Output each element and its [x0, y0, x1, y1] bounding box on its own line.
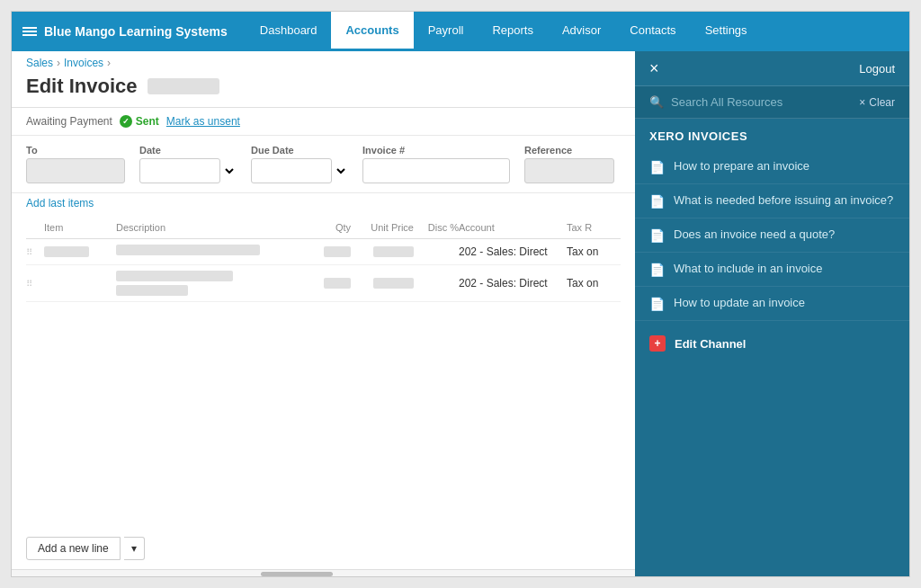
page-title: Edit Invoice	[26, 75, 137, 98]
tab-dashboard[interactable]: Dashboard	[246, 12, 332, 51]
col-price-header: Unit Price	[351, 222, 414, 233]
sidebar-logout-button[interactable]: Logout	[859, 62, 895, 76]
due-date-dropdown[interactable]: ▾	[334, 158, 348, 183]
sidebar-search-bar: 🔍 × Clear	[635, 86, 909, 119]
sidebar-panel: × Logout 🔍 × Clear XERO INVOICES 📄 How t…	[635, 51, 909, 576]
breadcrumb: Sales › Invoices ›	[12, 51, 635, 75]
table-row: ⠿ 202 - Sales: Direct Tax on	[26, 239, 621, 265]
add-line-area: Add a new line ▾	[12, 528, 635, 569]
list-item[interactable]: 📄 How to prepare an invoice	[635, 150, 909, 184]
reference-field[interactable]	[524, 158, 614, 183]
brand-icon	[22, 27, 37, 36]
sidebar-header: × Logout	[635, 51, 909, 86]
col-drag-header	[26, 222, 44, 233]
edit-channel-item[interactable]: + Edit Channel	[635, 325, 909, 362]
date-field-group: Date Jan 6, 2017 ▾	[139, 145, 237, 183]
list-item-label: What is needed before issuing an invoice…	[674, 193, 893, 207]
tax-cell-2: Tax on	[567, 277, 621, 290]
due-date-label: Due Date	[251, 145, 348, 156]
item-cell-1	[44, 246, 116, 257]
doc-icon: 📄	[649, 160, 665, 174]
price-cell-1	[351, 246, 414, 257]
price-cell-2	[351, 278, 414, 289]
col-account-header: Account	[459, 222, 567, 233]
sent-label: Sent	[136, 115, 159, 128]
tab-accounts[interactable]: Accounts	[331, 12, 413, 51]
drag-handle-1[interactable]: ⠿	[26, 247, 44, 257]
col-tax-header: Tax R	[567, 222, 621, 233]
to-field[interactable]	[26, 158, 125, 183]
main-content: Sales › Invoices › Edit Invoice Awaiting…	[12, 51, 635, 576]
title-badge	[148, 78, 219, 94]
reference-label: Reference	[524, 145, 614, 156]
nav-tabs: Dashboard Accounts Payroll Reports Advis…	[246, 12, 762, 51]
list-item[interactable]: 📄 What is needed before issuing an invoi…	[635, 184, 909, 218]
doc-icon: 📄	[649, 297, 665, 311]
breadcrumb-sep2: ›	[107, 57, 111, 69]
tab-contacts[interactable]: Contacts	[615, 12, 690, 51]
tax-cell-1: Tax on	[567, 245, 621, 258]
invoice-form-row: To Date Jan 6, 2017 ▾ Due Date Feb 5, 20…	[12, 136, 635, 193]
desc-cell-2	[116, 271, 306, 296]
list-item-label: How to update an invoice	[674, 296, 805, 309]
tab-reports[interactable]: Reports	[478, 12, 548, 51]
edit-channel-label: Edit Channel	[675, 337, 746, 351]
col-disc-header: Disc %	[414, 222, 459, 233]
brand-logo: Blue Mango Learning Systems	[22, 24, 228, 39]
awaiting-payment-label: Awaiting Payment	[26, 115, 112, 128]
brand-name: Blue Mango Learning Systems	[44, 24, 228, 39]
invoice-number-field-group: Invoice # INV-2251	[362, 145, 510, 183]
clear-label: Clear	[869, 96, 895, 109]
scrollbar-thumb[interactable]	[261, 572, 333, 576]
scrollbar-area	[12, 569, 635, 576]
mark-unsent-link[interactable]: Mark as unsent	[166, 115, 240, 128]
list-item[interactable]: 📄 Does an invoice need a quote?	[635, 218, 909, 253]
add-last-items-link[interactable]: Add last items	[12, 193, 635, 217]
doc-icon: 📄	[649, 228, 665, 243]
top-navigation: Blue Mango Learning Systems Dashboard Ac…	[12, 12, 909, 51]
breadcrumb-sep1: ›	[57, 57, 60, 69]
date-label: Date	[139, 145, 237, 156]
edit-channel-icon: +	[649, 335, 666, 352]
col-desc-header: Description	[116, 222, 306, 233]
to-label: To	[26, 145, 125, 156]
reference-field-group: Reference	[524, 145, 614, 183]
desc-cell-1	[116, 245, 306, 259]
sidebar-close-button[interactable]: ×	[649, 60, 659, 76]
date-input[interactable]: Jan 6, 2017	[139, 158, 220, 183]
qty-cell-1	[306, 246, 351, 257]
account-cell-1: 202 - Sales: Direct	[459, 245, 567, 258]
add-new-line-button[interactable]: Add a new line	[26, 537, 121, 560]
list-item[interactable]: 📄 How to update an invoice	[635, 287, 909, 321]
list-item[interactable]: 📄 What to include in an invoice	[635, 253, 909, 287]
list-item-label: What to include in an invoice	[674, 262, 822, 275]
table-row: ⠿ 202 - Sales: Direct Tax on	[26, 265, 621, 302]
date-dropdown[interactable]: ▾	[222, 158, 237, 183]
invoice-table: Item Description Qty Unit Price Disc % A…	[12, 217, 635, 528]
tab-payroll[interactable]: Payroll	[414, 12, 478, 51]
invoice-number-input[interactable]: INV-2251	[362, 158, 510, 183]
to-field-group: To	[26, 145, 125, 183]
search-input[interactable]	[671, 95, 852, 109]
doc-icon: 📄	[649, 263, 665, 277]
doc-icon: 📄	[649, 194, 665, 209]
list-item-label: Does an invoice need a quote?	[674, 227, 835, 241]
tab-advisor[interactable]: Advisor	[548, 12, 615, 51]
tab-settings[interactable]: Settings	[691, 12, 762, 51]
sent-status: ✓ Sent	[120, 115, 159, 128]
breadcrumb-invoices[interactable]: Invoices	[64, 57, 103, 69]
clear-x-icon: ×	[859, 96, 865, 109]
sent-icon: ✓	[120, 115, 132, 128]
drag-handle-2[interactable]: ⠿	[26, 279, 44, 289]
qty-cell-2	[306, 278, 351, 289]
table-header: Item Description Qty Unit Price Disc % A…	[26, 217, 621, 239]
invoice-number-label: Invoice #	[362, 145, 510, 156]
clear-button[interactable]: × Clear	[859, 96, 895, 109]
due-date-input[interactable]: Feb 5, 2017	[251, 158, 332, 183]
due-date-field-group: Due Date Feb 5, 2017 ▾	[251, 145, 348, 183]
add-new-line-dropdown-button[interactable]: ▾	[124, 537, 145, 560]
account-cell-2: 202 - Sales: Direct	[459, 277, 567, 290]
col-item-header: Item	[44, 222, 116, 233]
page-title-area: Edit Invoice	[12, 75, 635, 108]
breadcrumb-sales[interactable]: Sales	[26, 57, 53, 69]
